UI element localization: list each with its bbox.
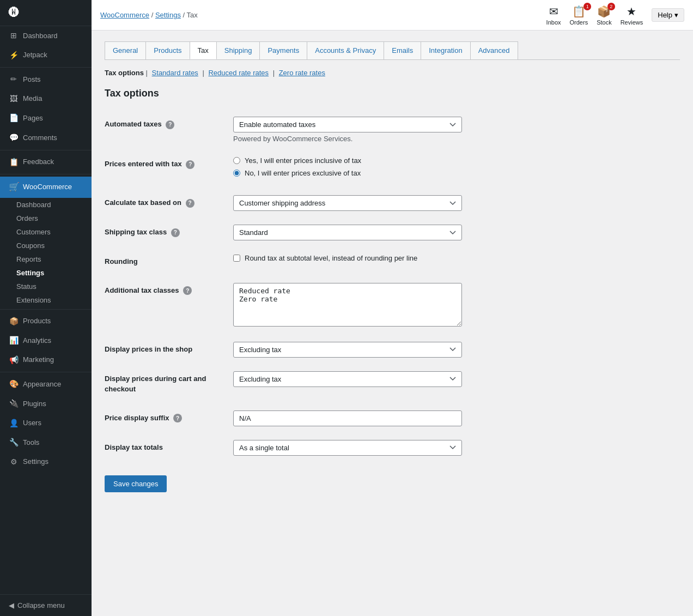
tab-shipping[interactable]: Shipping (216, 41, 260, 59)
sidebar-item-dashboard[interactable]: ⊞ Dashboard (0, 26, 92, 46)
stock-label: Stock (597, 19, 612, 26)
collapse-menu-button[interactable]: ◀ Collapse menu (0, 594, 92, 616)
users-icon: 👤 (9, 418, 19, 429)
dashboard-icon: ⊞ (9, 31, 19, 41)
row-price-display-suffix: Price display suffix ? (105, 403, 680, 433)
sidebar-item-pages[interactable]: 📄 Pages (0, 108, 92, 128)
standard-rates-link[interactable]: Standard rates (152, 69, 198, 77)
inbox-icon: ✉ (549, 5, 558, 18)
sidebar-sub-coupons[interactable]: Coupons (0, 239, 92, 252)
additional-tax-classes-help-icon[interactable]: ? (183, 286, 192, 295)
price-display-suffix-help-icon[interactable]: ? (173, 414, 182, 422)
help-button[interactable]: Help ▾ (652, 8, 684, 22)
display-prices-cart-label: Display prices during cart and checkout (105, 364, 224, 403)
marketing-icon: 📢 (9, 355, 19, 366)
sidebar-sub-extensions[interactable]: Extensions (0, 293, 92, 307)
main-content: WooCommerce / Settings / Tax ✉ Inbox 📋 1… (92, 0, 693, 616)
sidebar-sub-orders[interactable]: Orders (0, 212, 92, 225)
calculate-tax-select[interactable]: Customer shipping addressCustomer billin… (233, 195, 462, 211)
price-display-suffix-input[interactable] (233, 410, 462, 426)
sidebar-item-plugins[interactable]: 🔌 Plugins (0, 394, 92, 414)
topbar-reviews[interactable]: ★ Reviews (621, 5, 643, 26)
calculate-tax-label: Calculate tax based on ? (105, 189, 224, 218)
tab-accounts-privacy[interactable]: Accounts & Privacy (307, 41, 384, 59)
prices-inclusive-radio[interactable] (233, 157, 240, 164)
display-tax-totals-select[interactable]: As a single totalItemized (233, 440, 462, 456)
collapse-icon: ◀ (9, 601, 14, 609)
sidebar-item-analytics[interactable]: 📊 Analytics (0, 331, 92, 351)
row-automated-taxes: Automated taxes ? Enable automated taxes… (105, 110, 680, 150)
sidebar-item-media[interactable]: 🖼 Media (0, 89, 92, 109)
sidebar-item-jetpack[interactable]: ⚡ Jetpack (0, 46, 92, 65)
display-tax-totals-label: Display tax totals (105, 433, 224, 462)
sidebar-item-comments[interactable]: 💬 Comments (0, 128, 92, 148)
sidebar-item-woocommerce[interactable]: 🛒 WooCommerce (0, 177, 92, 197)
rounding-checkbox[interactable] (233, 255, 240, 262)
sidebar-item-products[interactable]: 📦 Products (0, 312, 92, 331)
automated-taxes-select[interactable]: Enable automated taxesDisable automated … (233, 117, 462, 132)
sidebar-item-settings[interactable]: ⚙ Settings (0, 452, 92, 472)
shipping-tax-class-select[interactable]: StandardReduced rateZero rate (233, 225, 462, 240)
display-prices-shop-select[interactable]: Including taxExcluding tax (233, 342, 462, 358)
prices-with-tax-label: Prices entered with tax ? (105, 150, 224, 189)
topbar-inbox[interactable]: ✉ Inbox (546, 5, 561, 26)
posts-icon: ✏ (9, 74, 19, 85)
tax-subnav: Tax options | Standard rates | Reduced r… (105, 69, 680, 77)
reviews-label: Reviews (621, 19, 643, 26)
tab-tax[interactable]: Tax (190, 41, 217, 59)
tab-payments[interactable]: Payments (259, 41, 307, 59)
sidebar-item-posts[interactable]: ✏ Posts (0, 70, 92, 89)
automated-taxes-help-icon[interactable]: ? (166, 120, 174, 129)
tools-icon: 🔧 (9, 437, 19, 448)
sidebar-sub-dashboard[interactable]: Dashboard (0, 198, 92, 212)
tab-integration[interactable]: Integration (421, 41, 470, 59)
chevron-down-icon: ▾ (674, 11, 678, 19)
tab-general[interactable]: General (105, 41, 146, 59)
prices-inclusive-option[interactable]: Yes, I will enter prices inclusive of ta… (233, 156, 680, 165)
row-prices-with-tax: Prices entered with tax ? Yes, I will en… (105, 150, 680, 189)
automated-taxes-description: Powered by WooCommerce Services. (233, 135, 680, 143)
prices-exclusive-option[interactable]: No, I will enter prices exclusive of tax (233, 169, 680, 177)
sidebar-sub-status[interactable]: Status (0, 280, 92, 293)
comments-icon: 💬 (9, 132, 19, 143)
stock-badge: 2 (607, 3, 615, 10)
reduced-rate-link[interactable]: Reduced rate rates (208, 69, 269, 77)
shipping-tax-class-help-icon[interactable]: ? (171, 228, 180, 237)
orders-badge: 1 (583, 3, 591, 10)
row-additional-tax-classes: Additional tax classes ? Reduced rate Ze… (105, 276, 680, 335)
calculate-tax-help-icon[interactable]: ? (186, 199, 194, 208)
reviews-icon: ★ (627, 5, 636, 18)
rounding-option[interactable]: Round tax at subtotal level, instead of … (233, 254, 680, 262)
sidebar-sub-reports[interactable]: Reports (0, 252, 92, 266)
topbar-orders[interactable]: 📋 1 Orders (570, 5, 588, 26)
display-prices-shop-label: Display prices in the shop (105, 335, 224, 364)
analytics-icon: 📊 (9, 335, 19, 346)
prices-exclusive-radio[interactable] (233, 170, 240, 177)
row-display-prices-cart: Display prices during cart and checkout … (105, 364, 680, 403)
sidebar-sub-customers[interactable]: Customers (0, 225, 92, 239)
display-prices-cart-select[interactable]: Including taxExcluding tax (233, 371, 462, 387)
sidebar-item-appearance[interactable]: 🎨 Appearance (0, 375, 92, 394)
sidebar-item-feedback[interactable]: 📋 Feedback (0, 153, 92, 172)
breadcrumb-settings[interactable]: Settings (155, 11, 181, 19)
save-changes-button[interactable]: Save changes (105, 475, 167, 492)
prices-with-tax-help-icon[interactable]: ? (186, 160, 194, 169)
tab-emails[interactable]: Emails (384, 41, 421, 59)
orders-label: Orders (570, 19, 588, 26)
breadcrumb-woocommerce[interactable]: WooCommerce (100, 11, 149, 19)
sidebar-item-users[interactable]: 👤 Users (0, 414, 92, 433)
wp-logo: 🅦 (0, 0, 92, 26)
topbar-stock[interactable]: 📦 2 Stock (597, 5, 612, 26)
row-shipping-tax-class: Shipping tax class ? StandardReduced rat… (105, 218, 680, 247)
appearance-icon: 🎨 (9, 379, 19, 390)
inbox-label: Inbox (546, 19, 561, 26)
sidebar-item-tools[interactable]: 🔧 Tools (0, 433, 92, 452)
zero-rate-link[interactable]: Zero rate rates (279, 69, 325, 77)
additional-tax-classes-textarea[interactable]: Reduced rate Zero rate (233, 283, 462, 327)
sidebar-sub-settings[interactable]: Settings (0, 266, 92, 280)
breadcrumb-current: Tax (187, 11, 198, 19)
tab-products[interactable]: Products (145, 41, 190, 59)
sidebar-item-marketing[interactable]: 📢 Marketing (0, 351, 92, 370)
tab-advanced[interactable]: Advanced (470, 41, 518, 59)
price-display-suffix-label: Price display suffix ? (105, 403, 224, 433)
